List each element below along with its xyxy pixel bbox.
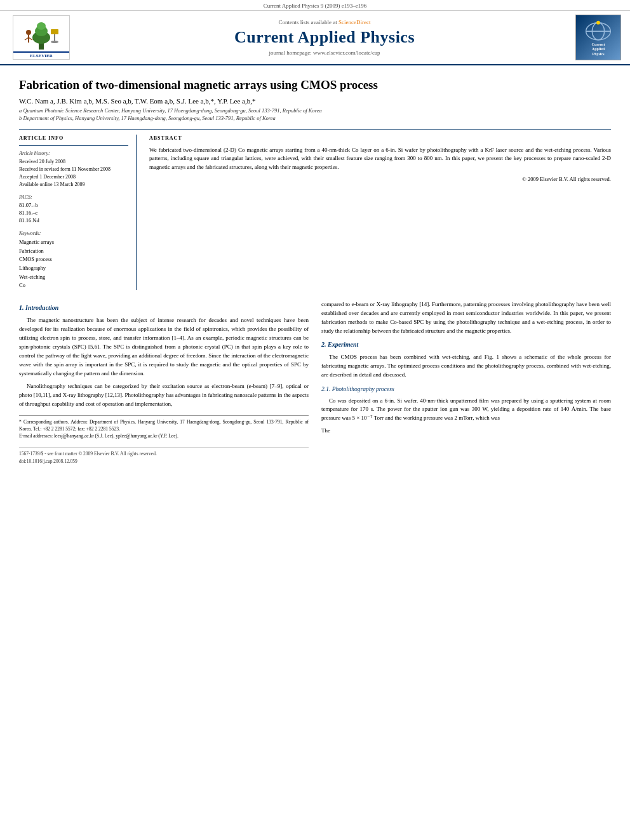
elsevier-logo: ELSEVIER — [13, 15, 70, 60]
affiliations: a Quantum Photonic Science Research Cent… — [19, 107, 611, 123]
elsevier-logo-area: ELSEVIER — [6, 15, 76, 60]
keyword-2: Fabrication — [19, 247, 128, 256]
pacs-section: PACS: 81.07.–b 81.16.–c 81.16.Nd — [19, 194, 128, 225]
doi-notice: 1567-1739/$ - see front matter © 2009 El… — [19, 450, 309, 458]
keyword-4: Lithography — [19, 264, 128, 273]
keywords-label: Keywords: — [19, 230, 128, 237]
journal-header: ELSEVIER Contents lists available at Sci… — [0, 11, 630, 65]
authors: W.C. Nam a, J.B. Kim a,b, M.S. Seo a,b, … — [19, 97, 611, 105]
journal-citation: Current Applied Physics 9 (2009) e193–e1… — [0, 0, 630, 11]
journal-logo-text: Current Applied Physics — [592, 43, 605, 57]
pacs-item-1: 81.07.–b — [19, 202, 128, 210]
body-para-1: The magnetic nanostructure has been the … — [19, 316, 309, 378]
paper-title: Fabrication of two-dimensional magnetic … — [19, 78, 611, 92]
sciencedirect-info: Contents lists available at ScienceDirec… — [279, 19, 371, 25]
footnote-star: * Corresponding authors. Address: Depart… — [19, 418, 309, 433]
body-right-col: compared to e-beam or X-ray lithography … — [321, 300, 611, 465]
body-right-continuation: The — [321, 427, 611, 436]
elsevier-tree-icon — [16, 20, 67, 51]
pacs-item-2: 81.16.–c — [19, 210, 128, 217]
abstract-text: We fabricated two-dimensional (2-D) Co m… — [149, 146, 611, 172]
journal-logo: Current Applied Physics — [575, 15, 621, 60]
main-content: Fabrication of two-dimensional magnetic … — [0, 65, 630, 472]
journal-logo-area: Current Applied Physics — [573, 15, 624, 60]
keyword-3: CMOS process — [19, 255, 128, 264]
svg-point-14 — [596, 21, 600, 25]
abstract-title: ABSTRACT — [149, 135, 611, 142]
history-label: Article history: — [19, 150, 128, 157]
keywords-section: Keywords: Magnetic arrays Fabrication CM… — [19, 230, 128, 290]
abstract: ABSTRACT We fabricated two-dimensional (… — [149, 135, 611, 290]
affiliation-b: b Department of Physics, Hanyang Univers… — [19, 115, 611, 123]
journal-homepage: journal homepage: www.elsevier.com/locat… — [269, 50, 380, 56]
pacs-item-3: 81.16.Nd — [19, 217, 128, 225]
keyword-5: Wet-etching — [19, 273, 128, 282]
body-left-col: 1. Introduction The magnetic nanostructu… — [19, 300, 309, 465]
footnote-area: * Corresponding authors. Address: Depart… — [19, 415, 309, 440]
section2-heading: 2. Experiment — [321, 340, 611, 350]
footnote-email: E-mail addresses: leesj@hanyang.ac.kr (S… — [19, 432, 309, 439]
svg-point-3 — [37, 22, 46, 30]
svg-rect-8 — [51, 29, 58, 34]
the-word: The — [321, 427, 330, 434]
journal-title: Current Applied Physics — [234, 28, 415, 47]
elsevier-brand-text: ELSEVIER — [13, 51, 69, 59]
svg-point-4 — [26, 30, 31, 35]
article-info-title: ARTICLE INFO — [19, 135, 128, 142]
article-dates: Received 20 July 2008 Received in revise… — [19, 158, 128, 189]
sciencedirect-link[interactable]: ScienceDirect — [338, 19, 370, 25]
copyright: © 2009 Elsevier B.V. All rights reserved… — [149, 175, 611, 183]
body-content: 1. Introduction The magnetic nanostructu… — [19, 300, 611, 465]
section2-1-heading: 2.1. Photolithography process — [321, 385, 611, 394]
body-para-2: Nanolithography techniques can be catego… — [19, 382, 309, 409]
article-info-abstract: ARTICLE INFO Article history: Received 2… — [19, 129, 611, 290]
svg-point-10 — [51, 41, 58, 43]
body-right-para-3: Co was deposited on a 6-in. Si wafer. 40… — [321, 397, 611, 423]
keyword-6: Co — [19, 281, 128, 290]
journal-title-area: Contents lists available at ScienceDirec… — [81, 15, 568, 60]
article-info: ARTICLE INFO Article history: Received 2… — [19, 135, 137, 290]
doi: doi:10.1016/j.cap.2008.12.059 — [19, 458, 309, 465]
bottom-bar: 1567-1739/$ - see front matter © 2009 El… — [19, 447, 309, 465]
keyword-1: Magnetic arrays — [19, 238, 128, 247]
journal-logo-graphic — [582, 18, 614, 43]
section1-heading: 1. Introduction — [19, 303, 309, 313]
pacs-label: PACS: — [19, 194, 128, 201]
body-right-para-2: The CMOS process has been combined with … — [321, 353, 611, 380]
divider — [19, 145, 128, 146]
body-right-para-1: compared to e-beam or X-ray lithography … — [321, 300, 611, 336]
affiliation-a: a Quantum Photonic Science Research Cent… — [19, 107, 611, 115]
